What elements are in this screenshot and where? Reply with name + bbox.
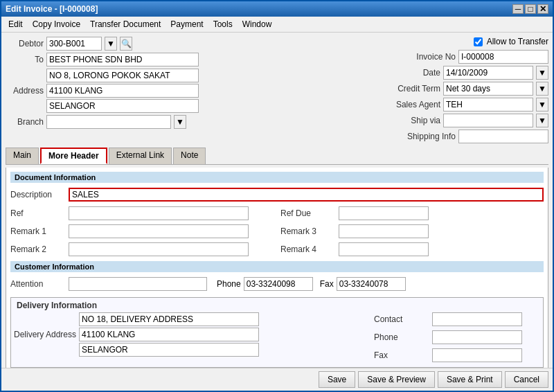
date-label: Date <box>388 68 440 78</box>
remark4-input[interactable] <box>339 242 429 256</box>
title-bar-buttons: ─ □ ✕ <box>512 4 548 14</box>
branch-dropdown[interactable]: ▼ <box>174 115 186 129</box>
menu-payment[interactable]: Payment <box>166 18 207 30</box>
left-section: Debtor ▼ 🔍 To Address <box>6 37 199 129</box>
address-line2-input[interactable] <box>46 84 199 98</box>
contact-row: Contact <box>374 312 540 326</box>
remark1-input[interactable] <box>69 224 249 238</box>
attention-label: Attention <box>10 279 66 289</box>
credit-term-dropdown[interactable]: ▼ <box>536 82 548 96</box>
remark2-input[interactable] <box>69 242 249 256</box>
sales-agent-dropdown[interactable]: ▼ <box>536 98 548 112</box>
header-row: Debtor ▼ 🔍 To Address <box>6 37 548 143</box>
delivery-address3-input[interactable] <box>79 343 259 357</box>
address-line1-input[interactable] <box>46 69 199 82</box>
main-window: Edit Invoice - [I-000008] ─ □ ✕ Edit Cop… <box>0 0 554 392</box>
minimize-icon: ─ <box>515 4 521 14</box>
footer-buttons: Save Save & Preview Save & Print Cancel <box>1 368 553 391</box>
remark4-row: Remark 4 <box>280 242 544 256</box>
description-input[interactable] <box>69 188 544 202</box>
allow-transfer-label: Allow to Transfer <box>487 37 548 46</box>
ref-field-row: Ref <box>10 206 274 220</box>
menu-window[interactable]: Window <box>238 18 276 30</box>
date-input[interactable] <box>443 66 533 80</box>
remark3-label: Remark 3 <box>280 226 336 236</box>
remark4-label: Remark 4 <box>280 244 336 254</box>
customer-phone-input[interactable] <box>244 277 313 291</box>
delivery-fax-label: Fax <box>374 350 429 360</box>
maximize-icon: □ <box>528 4 533 14</box>
invoice-no-input[interactable] <box>458 50 548 64</box>
delivery-address-label: Delivery Address <box>14 330 76 339</box>
allow-transfer-checkbox[interactable] <box>474 37 483 46</box>
ship-via-input[interactable] <box>443 114 533 127</box>
customer-fax-input[interactable] <box>337 277 406 291</box>
tab-note[interactable]: Note <box>173 148 206 164</box>
attention-row: Attention Phone Fax <box>10 277 544 291</box>
customer-info-header: Customer Information <box>10 261 544 272</box>
to-label: To <box>6 55 44 64</box>
ref-input[interactable] <box>69 206 249 220</box>
remark3-input[interactable] <box>339 224 429 238</box>
attention-input[interactable] <box>69 277 207 291</box>
ship-via-dropdown-icon: ▼ <box>538 116 546 125</box>
credit-term-dropdown-icon: ▼ <box>538 84 546 93</box>
content-area: Debtor ▼ 🔍 To Address <box>1 33 553 368</box>
delivery-phone-input[interactable] <box>432 330 522 344</box>
minimize-button[interactable]: ─ <box>512 4 524 14</box>
debtor-search-button[interactable]: 🔍 <box>120 37 132 51</box>
remark1-label: Remark 1 <box>10 226 66 236</box>
right-section: Allow to Transfer Invoice No Date ▼ Cred… <box>313 37 548 143</box>
credit-term-label: Credit Term <box>388 84 440 93</box>
sales-agent-label: Sales Agent <box>388 100 440 109</box>
fax-label: Fax <box>320 279 334 289</box>
document-info-header: Document Information <box>10 172 544 183</box>
to-input[interactable] <box>46 53 199 66</box>
delivery-fax-input[interactable] <box>432 348 522 362</box>
tab-external-link[interactable]: External Link <box>109 148 172 164</box>
cancel-button[interactable]: Cancel <box>505 371 548 388</box>
debtor-input[interactable] <box>46 37 102 51</box>
window-title: Edit Invoice - [I-000008] <box>6 4 98 14</box>
description-label: Description <box>10 190 66 199</box>
save-preview-button[interactable]: Save & Preview <box>358 371 435 388</box>
date-dropdown[interactable]: ▼ <box>536 66 548 80</box>
phone-label: Phone <box>217 279 241 289</box>
credit-term-input[interactable] <box>443 82 533 96</box>
address-line3-input[interactable] <box>46 99 199 113</box>
delivery-box: Delivery Information Delivery Address <box>10 297 544 368</box>
ship-via-label: Ship via <box>388 116 440 125</box>
sales-agent-input[interactable] <box>443 98 533 112</box>
allow-transfer-row: Allow to Transfer <box>313 37 548 46</box>
delivery-content: Delivery Address Contact <box>14 312 540 364</box>
remark1-row: Remark 1 <box>10 224 274 238</box>
menu-transfer-document[interactable]: Transfer Document <box>86 18 165 30</box>
sales-agent-row: Sales Agent ▼ <box>313 98 548 112</box>
contact-input[interactable] <box>432 312 522 326</box>
maximize-button[interactable]: □ <box>525 4 536 14</box>
invoice-no-row: Invoice No <box>313 50 548 64</box>
ship-via-dropdown[interactable]: ▼ <box>536 114 548 127</box>
delivery-left: Delivery Address <box>14 312 367 364</box>
save-print-button[interactable]: Save & Print <box>438 371 502 388</box>
debtor-dropdown[interactable]: ▼ <box>105 37 117 51</box>
tab-more-header[interactable]: More Header <box>40 148 107 164</box>
close-button[interactable]: ✕ <box>537 4 548 14</box>
menu-copy-invoice[interactable]: Copy Invoice <box>28 18 84 30</box>
remark3-row: Remark 3 <box>280 224 544 238</box>
invoice-no-label: Invoice No <box>404 52 456 62</box>
menu-tools[interactable]: Tools <box>209 18 237 30</box>
ref-due-input[interactable] <box>339 206 429 220</box>
shipping-info-input[interactable] <box>458 130 548 143</box>
branch-input[interactable] <box>46 115 171 129</box>
delivery-fax-row: Fax <box>374 348 540 362</box>
menu-edit[interactable]: Edit <box>4 18 27 30</box>
to-row: To <box>6 53 199 66</box>
branch-label: Branch <box>6 117 44 127</box>
tab-main[interactable]: Main <box>6 148 39 164</box>
delivery-address2-input[interactable] <box>79 328 259 341</box>
save-button[interactable]: Save <box>319 371 355 388</box>
close-icon: ✕ <box>539 4 546 14</box>
ref-due-label: Ref Due <box>280 208 336 218</box>
delivery-address1-input[interactable] <box>79 312 259 326</box>
